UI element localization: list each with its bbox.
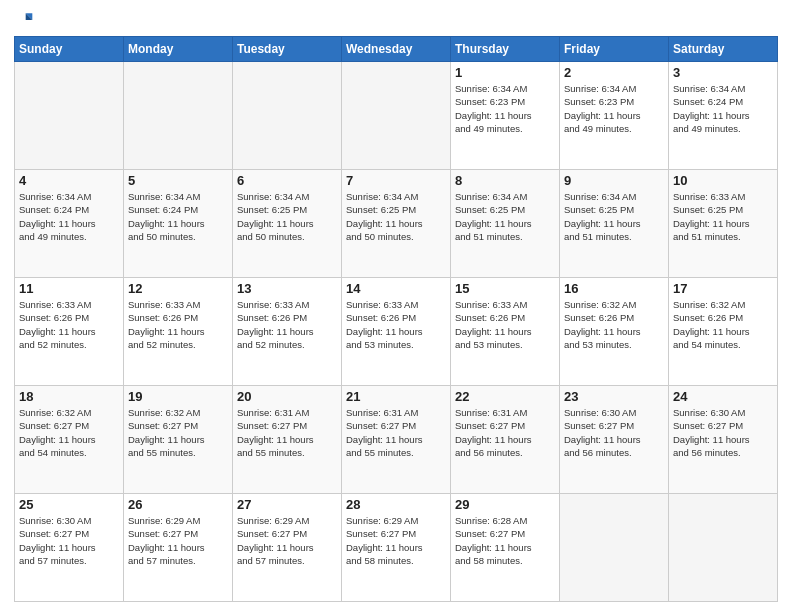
day-info: Sunrise: 6:29 AMSunset: 6:27 PMDaylight:… [237, 514, 337, 567]
calendar-cell [342, 62, 451, 170]
day-info: Sunrise: 6:29 AMSunset: 6:27 PMDaylight:… [346, 514, 446, 567]
calendar-week-0: 1Sunrise: 6:34 AMSunset: 6:23 PMDaylight… [15, 62, 778, 170]
calendar-cell: 26Sunrise: 6:29 AMSunset: 6:27 PMDayligh… [124, 494, 233, 602]
day-number: 19 [128, 389, 228, 404]
calendar-cell: 12Sunrise: 6:33 AMSunset: 6:26 PMDayligh… [124, 278, 233, 386]
calendar-cell: 17Sunrise: 6:32 AMSunset: 6:26 PMDayligh… [669, 278, 778, 386]
day-number: 17 [673, 281, 773, 296]
day-info: Sunrise: 6:32 AMSunset: 6:27 PMDaylight:… [128, 406, 228, 459]
day-info: Sunrise: 6:34 AMSunset: 6:25 PMDaylight:… [346, 190, 446, 243]
calendar-table: SundayMondayTuesdayWednesdayThursdayFrid… [14, 36, 778, 602]
calendar-cell: 22Sunrise: 6:31 AMSunset: 6:27 PMDayligh… [451, 386, 560, 494]
calendar-cell: 14Sunrise: 6:33 AMSunset: 6:26 PMDayligh… [342, 278, 451, 386]
day-info: Sunrise: 6:33 AMSunset: 6:25 PMDaylight:… [673, 190, 773, 243]
day-number: 2 [564, 65, 664, 80]
day-number: 5 [128, 173, 228, 188]
calendar-cell: 8Sunrise: 6:34 AMSunset: 6:25 PMDaylight… [451, 170, 560, 278]
day-number: 15 [455, 281, 555, 296]
calendar-cell: 6Sunrise: 6:34 AMSunset: 6:25 PMDaylight… [233, 170, 342, 278]
calendar-cell: 23Sunrise: 6:30 AMSunset: 6:27 PMDayligh… [560, 386, 669, 494]
day-number: 1 [455, 65, 555, 80]
day-info: Sunrise: 6:33 AMSunset: 6:26 PMDaylight:… [19, 298, 119, 351]
calendar-header-friday: Friday [560, 37, 669, 62]
day-info: Sunrise: 6:28 AMSunset: 6:27 PMDaylight:… [455, 514, 555, 567]
logo-icon [14, 10, 34, 30]
calendar-header-monday: Monday [124, 37, 233, 62]
calendar-cell: 7Sunrise: 6:34 AMSunset: 6:25 PMDaylight… [342, 170, 451, 278]
calendar-cell: 18Sunrise: 6:32 AMSunset: 6:27 PMDayligh… [15, 386, 124, 494]
calendar-week-2: 11Sunrise: 6:33 AMSunset: 6:26 PMDayligh… [15, 278, 778, 386]
calendar-cell: 21Sunrise: 6:31 AMSunset: 6:27 PMDayligh… [342, 386, 451, 494]
day-info: Sunrise: 6:32 AMSunset: 6:26 PMDaylight:… [564, 298, 664, 351]
calendar-header-sunday: Sunday [15, 37, 124, 62]
day-number: 14 [346, 281, 446, 296]
day-number: 16 [564, 281, 664, 296]
day-number: 20 [237, 389, 337, 404]
day-info: Sunrise: 6:32 AMSunset: 6:26 PMDaylight:… [673, 298, 773, 351]
day-info: Sunrise: 6:34 AMSunset: 6:25 PMDaylight:… [564, 190, 664, 243]
day-number: 21 [346, 389, 446, 404]
day-info: Sunrise: 6:33 AMSunset: 6:26 PMDaylight:… [128, 298, 228, 351]
day-number: 26 [128, 497, 228, 512]
page: SundayMondayTuesdayWednesdayThursdayFrid… [0, 0, 792, 612]
day-info: Sunrise: 6:30 AMSunset: 6:27 PMDaylight:… [673, 406, 773, 459]
day-number: 8 [455, 173, 555, 188]
header [14, 10, 778, 30]
calendar-cell: 15Sunrise: 6:33 AMSunset: 6:26 PMDayligh… [451, 278, 560, 386]
day-number: 12 [128, 281, 228, 296]
day-info: Sunrise: 6:34 AMSunset: 6:25 PMDaylight:… [237, 190, 337, 243]
calendar-header-thursday: Thursday [451, 37, 560, 62]
day-number: 18 [19, 389, 119, 404]
day-info: Sunrise: 6:31 AMSunset: 6:27 PMDaylight:… [455, 406, 555, 459]
day-number: 22 [455, 389, 555, 404]
day-number: 29 [455, 497, 555, 512]
day-info: Sunrise: 6:34 AMSunset: 6:23 PMDaylight:… [564, 82, 664, 135]
calendar-cell: 28Sunrise: 6:29 AMSunset: 6:27 PMDayligh… [342, 494, 451, 602]
day-info: Sunrise: 6:33 AMSunset: 6:26 PMDaylight:… [455, 298, 555, 351]
calendar-cell: 19Sunrise: 6:32 AMSunset: 6:27 PMDayligh… [124, 386, 233, 494]
day-info: Sunrise: 6:34 AMSunset: 6:24 PMDaylight:… [19, 190, 119, 243]
calendar-week-4: 25Sunrise: 6:30 AMSunset: 6:27 PMDayligh… [15, 494, 778, 602]
calendar-cell: 24Sunrise: 6:30 AMSunset: 6:27 PMDayligh… [669, 386, 778, 494]
day-info: Sunrise: 6:34 AMSunset: 6:23 PMDaylight:… [455, 82, 555, 135]
day-info: Sunrise: 6:33 AMSunset: 6:26 PMDaylight:… [237, 298, 337, 351]
day-info: Sunrise: 6:32 AMSunset: 6:27 PMDaylight:… [19, 406, 119, 459]
logo [14, 10, 36, 30]
calendar-cell: 5Sunrise: 6:34 AMSunset: 6:24 PMDaylight… [124, 170, 233, 278]
day-number: 13 [237, 281, 337, 296]
day-number: 28 [346, 497, 446, 512]
day-number: 11 [19, 281, 119, 296]
calendar-header-wednesday: Wednesday [342, 37, 451, 62]
calendar-cell: 10Sunrise: 6:33 AMSunset: 6:25 PMDayligh… [669, 170, 778, 278]
calendar-cell: 25Sunrise: 6:30 AMSunset: 6:27 PMDayligh… [15, 494, 124, 602]
day-info: Sunrise: 6:29 AMSunset: 6:27 PMDaylight:… [128, 514, 228, 567]
calendar-cell [124, 62, 233, 170]
day-info: Sunrise: 6:34 AMSunset: 6:24 PMDaylight:… [673, 82, 773, 135]
calendar-header-row: SundayMondayTuesdayWednesdayThursdayFrid… [15, 37, 778, 62]
day-info: Sunrise: 6:33 AMSunset: 6:26 PMDaylight:… [346, 298, 446, 351]
calendar-cell [233, 62, 342, 170]
day-info: Sunrise: 6:30 AMSunset: 6:27 PMDaylight:… [19, 514, 119, 567]
calendar-cell: 11Sunrise: 6:33 AMSunset: 6:26 PMDayligh… [15, 278, 124, 386]
day-info: Sunrise: 6:31 AMSunset: 6:27 PMDaylight:… [237, 406, 337, 459]
day-info: Sunrise: 6:30 AMSunset: 6:27 PMDaylight:… [564, 406, 664, 459]
calendar-cell: 9Sunrise: 6:34 AMSunset: 6:25 PMDaylight… [560, 170, 669, 278]
calendar-cell: 4Sunrise: 6:34 AMSunset: 6:24 PMDaylight… [15, 170, 124, 278]
day-number: 24 [673, 389, 773, 404]
day-info: Sunrise: 6:34 AMSunset: 6:24 PMDaylight:… [128, 190, 228, 243]
calendar-week-1: 4Sunrise: 6:34 AMSunset: 6:24 PMDaylight… [15, 170, 778, 278]
calendar-header-saturday: Saturday [669, 37, 778, 62]
calendar-cell [669, 494, 778, 602]
day-number: 7 [346, 173, 446, 188]
calendar-cell: 29Sunrise: 6:28 AMSunset: 6:27 PMDayligh… [451, 494, 560, 602]
calendar-cell: 16Sunrise: 6:32 AMSunset: 6:26 PMDayligh… [560, 278, 669, 386]
calendar-week-3: 18Sunrise: 6:32 AMSunset: 6:27 PMDayligh… [15, 386, 778, 494]
day-info: Sunrise: 6:31 AMSunset: 6:27 PMDaylight:… [346, 406, 446, 459]
day-number: 27 [237, 497, 337, 512]
day-number: 23 [564, 389, 664, 404]
calendar-cell [15, 62, 124, 170]
day-info: Sunrise: 6:34 AMSunset: 6:25 PMDaylight:… [455, 190, 555, 243]
calendar-cell: 13Sunrise: 6:33 AMSunset: 6:26 PMDayligh… [233, 278, 342, 386]
calendar-cell: 1Sunrise: 6:34 AMSunset: 6:23 PMDaylight… [451, 62, 560, 170]
day-number: 6 [237, 173, 337, 188]
